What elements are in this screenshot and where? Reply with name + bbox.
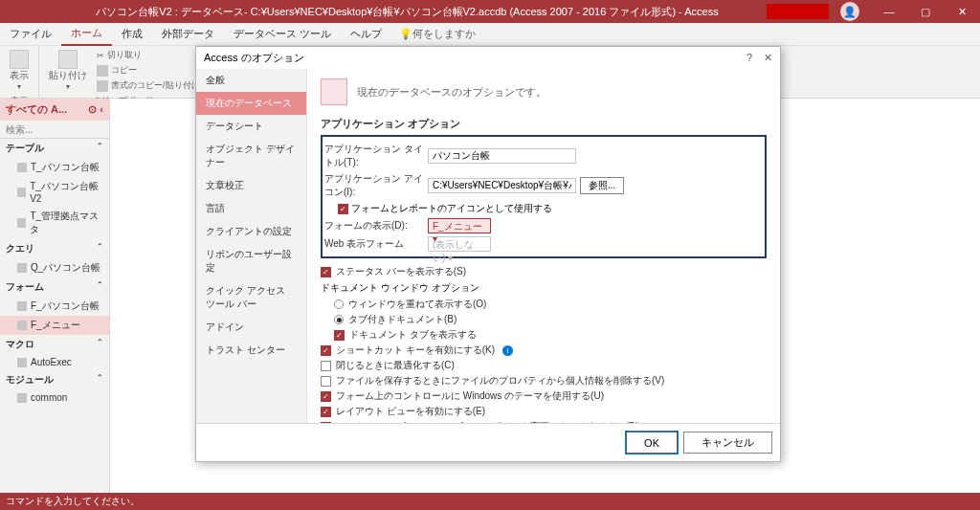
table-icon	[17, 218, 26, 228]
display-form-select[interactable]: F_メニュー ▾	[428, 218, 491, 233]
user-badge[interactable]	[767, 4, 829, 19]
tabbed-radio[interactable]	[334, 315, 344, 324]
form-icon	[17, 301, 27, 311]
nav-item-t3[interactable]: T_管理拠点マスタ	[0, 207, 109, 239]
dnav-language[interactable]: 言語	[196, 197, 306, 220]
dialog-help-button[interactable]: ?	[746, 52, 752, 64]
db-icon	[321, 78, 347, 105]
nav-item-t1[interactable]: T_パソコン台帳	[0, 158, 109, 177]
dialog-title: Access のオプション	[204, 51, 304, 65]
menu-create[interactable]: 作成	[112, 23, 152, 46]
format-painter-icon	[97, 80, 108, 92]
dnav-ribbon[interactable]: リボンのユーザー設定	[196, 243, 306, 279]
highlighted-area: アプリケーション タイトル(T): アプリケーション アイコン(I): 参照..…	[321, 135, 767, 258]
macro-icon	[17, 358, 27, 367]
shortcut-checkbox[interactable]: ✓	[321, 345, 331, 356]
browse-button[interactable]: 参照...	[580, 177, 624, 194]
overlap-radio[interactable]	[334, 299, 344, 309]
use-icon-checkbox[interactable]: ✓	[338, 204, 348, 214]
section-app: アプリケーション オプション	[321, 117, 767, 131]
dnav-client[interactable]: クライアントの設定	[196, 220, 306, 243]
paste-button[interactable]: 貼り付け▾	[45, 48, 91, 93]
status-bar: コマンドを入力してください。	[0, 493, 980, 510]
app-title-label: アプリケーション タイトル(T):	[324, 143, 428, 169]
cut-icon: ✂	[97, 51, 104, 60]
nav-item-t2[interactable]: T_パソコン台帳V2	[0, 177, 109, 207]
app-icon-label: アプリケーション アイコン(I):	[324, 172, 428, 199]
nav-cat-form[interactable]: フォーム⌃	[0, 277, 109, 297]
display-form-label: フォームの表示(D):	[324, 219, 428, 233]
remove-personal-checkbox[interactable]	[321, 376, 331, 387]
search-placeholder: 何をしますか	[412, 27, 476, 41]
paste-icon	[58, 50, 78, 69]
ok-button[interactable]: OK	[626, 432, 678, 454]
user-avatar[interactable]: 👤	[840, 2, 859, 21]
tell-me-search[interactable]: 💡 何をしますか	[399, 27, 476, 41]
nav-search[interactable]	[0, 121, 109, 139]
menu-dbtools[interactable]: データベース ツール	[224, 23, 341, 46]
status-bar-checkbox[interactable]: ✓	[321, 267, 331, 277]
app-title-input[interactable]	[428, 148, 576, 164]
info-icon[interactable]: i	[502, 345, 513, 356]
module-icon	[17, 393, 27, 403]
menu-home[interactable]: ホーム	[61, 23, 112, 46]
options-dialog: Access のオプション ? ✕ 全般 現在のデータベース データシート オブ…	[195, 46, 781, 462]
dnav-designer[interactable]: オブジェクト デザイナー	[196, 138, 306, 174]
menu-file[interactable]: ファイル	[0, 23, 61, 46]
nav-cat-module[interactable]: モジュール⌃	[0, 370, 109, 389]
form-icon	[17, 321, 27, 330]
view-button[interactable]: 表示▾	[6, 48, 33, 93]
dnav-addin[interactable]: アドイン	[196, 316, 306, 339]
nav-item-f1[interactable]: F_パソコン台帳	[0, 297, 109, 316]
nav-item-q1[interactable]: Q_パソコン台帳	[0, 258, 109, 277]
layout-view-checkbox[interactable]: ✓	[321, 407, 331, 417]
restore-button[interactable]: ▢	[907, 0, 944, 23]
dialog-nav: 全般 現在のデータベース データシート オブジェクト デザイナー 文章校正 言語…	[196, 69, 307, 423]
web-form-label: Web 表示フォーム	[324, 237, 428, 251]
web-form-select: (表示しない) ▾	[428, 236, 491, 252]
menu-bar: ファイル ホーム 作成 外部データ データベース ツール ヘルプ 💡 何をします…	[0, 23, 980, 46]
cancel-button[interactable]: キャンセル	[683, 432, 772, 454]
title-bar: パソコン台帳V2 : データベース- C:¥Users¥NEC¥Desktop¥…	[0, 0, 980, 23]
query-icon	[17, 263, 27, 273]
nav-item-mo1[interactable]: common	[0, 389, 109, 406]
copy-button[interactable]: コピー	[95, 63, 202, 78]
app-icon-input[interactable]	[428, 178, 576, 193]
dnav-qat[interactable]: クイック アクセス ツール バー	[196, 279, 306, 316]
view-icon	[10, 50, 29, 69]
dnav-trust[interactable]: トラスト センター	[196, 339, 306, 362]
dnav-current[interactable]: 現在のデータベース	[196, 92, 306, 115]
nav-header[interactable]: すべての A...⊙ ‹	[0, 99, 109, 121]
menu-help[interactable]: ヘルプ	[341, 23, 391, 46]
nav-cat-query[interactable]: クエリ⌃	[0, 239, 109, 258]
show-tabs-checkbox[interactable]: ✓	[334, 330, 345, 341]
copy-icon	[97, 65, 108, 77]
themed-checkbox[interactable]: ✓	[321, 391, 331, 402]
doc-window-label: ドキュメント ウィンドウ オプション	[321, 279, 767, 297]
dnav-datasheet[interactable]: データシート	[196, 115, 306, 138]
dnav-proof[interactable]: 文章校正	[196, 174, 306, 197]
nav-item-m1[interactable]: AutoExec	[0, 354, 109, 370]
minimize-button[interactable]: —	[871, 0, 907, 23]
app-title: パソコン台帳V2 : データベース- C:¥Users¥NEC¥Desktop¥…	[48, 5, 767, 19]
content-header: 現在のデータベースのオプションです。	[357, 85, 546, 100]
navigation-pane: すべての A...⊙ ‹ テーブル⌃ T_パソコン台帳 T_パソコン台帳V2 T…	[0, 99, 110, 493]
menu-external[interactable]: 外部データ	[152, 23, 224, 46]
table-icon	[17, 163, 27, 172]
compact-checkbox[interactable]	[321, 361, 331, 371]
format-painter-button[interactable]: 書式のコピー/貼り付け	[95, 78, 202, 93]
nav-cat-macro[interactable]: マクロ⌃	[0, 335, 109, 354]
dialog-close-button[interactable]: ✕	[764, 52, 772, 64]
nav-cat-table[interactable]: テーブル⌃	[0, 139, 109, 158]
dnav-general[interactable]: 全般	[196, 69, 306, 92]
nav-item-f2[interactable]: F_メニュー	[0, 316, 109, 335]
cut-button[interactable]: ✂切り取り	[95, 48, 202, 62]
close-button[interactable]: ✕	[944, 0, 980, 23]
dialog-content: 現在のデータベースのオプションです。 アプリケーション オプション アプリケーシ…	[307, 69, 780, 423]
table-icon	[17, 188, 26, 197]
nav-search-input[interactable]	[6, 124, 103, 135]
